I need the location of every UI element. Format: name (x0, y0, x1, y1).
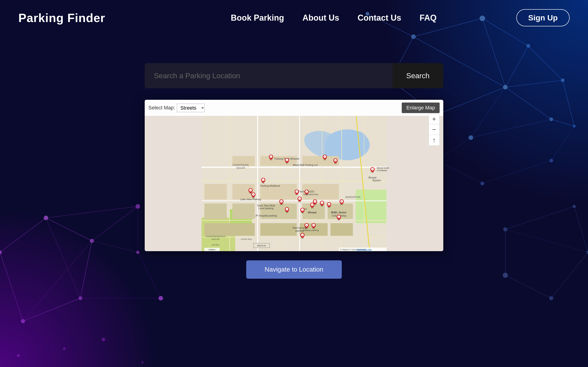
svg-text:P: P (263, 179, 264, 181)
svg-rect-99 (204, 204, 227, 219)
map-view[interactable]: CHHATRASAL NAGAR AWADHPURI BHEL Senior C… (145, 100, 443, 251)
svg-text:P: P (271, 156, 271, 158)
svg-text:P: P (324, 156, 325, 158)
svg-line-37 (505, 275, 551, 298)
svg-rect-105 (260, 223, 297, 236)
svg-text:HARSHWARDHAN: HARSHWARDHAN (206, 235, 225, 238)
svg-text:Railway parking: Railway parking (303, 229, 319, 232)
svg-rect-95 (204, 184, 227, 199)
app-logo: Parking Finder (18, 11, 105, 25)
svg-text:Level parking: Level parking (258, 207, 273, 210)
svg-text:Tatya Tope Multi: Tatya Tope Multi (257, 204, 275, 207)
svg-text:NAGAR: NAGAR (212, 238, 220, 240)
search-container: Search (145, 63, 443, 88)
nav-about-us[interactable]: About Us (303, 13, 339, 23)
svg-text:P: P (312, 204, 313, 206)
svg-text:P: P (250, 190, 251, 191)
svg-text:CHAR IMLI: CHAR IMLI (241, 238, 252, 240)
svg-text:Lake View Parking: Lake View Parking (240, 198, 261, 201)
svg-text:P: P (321, 202, 322, 204)
svg-text:Bhopal: Bhopal (369, 176, 376, 179)
svg-text:Parking Multilevel: Parking Multilevel (260, 184, 280, 187)
svg-text:P: P (286, 209, 287, 210)
svg-text:JP Hospital parking: JP Hospital parking (255, 214, 277, 217)
svg-text:P: P (306, 191, 307, 193)
svg-text:parking: parking (295, 229, 304, 232)
svg-rect-104 (204, 223, 255, 236)
svg-text:P: P (286, 159, 287, 161)
map-reset-button[interactable]: ↑ (429, 135, 439, 145)
main-content: Search Select Map: Streets Satellite Hyb… (0, 63, 588, 279)
svg-text:P: P (329, 204, 329, 205)
navigate-button[interactable]: Navigate to Location (246, 260, 342, 279)
svg-text:Bypass: Bypass (372, 179, 381, 182)
zoom-in-button[interactable]: + (429, 114, 439, 124)
svg-rect-73 (355, 190, 386, 223)
svg-text:Bhopal: Bhopal (308, 211, 317, 214)
svg-text:P: P (335, 160, 336, 161)
zoom-out-button[interactable]: − (429, 124, 439, 135)
svg-text:P: P (306, 225, 307, 226)
svg-text:P: P (338, 216, 339, 218)
map-toolbar: Select Map: Streets Satellite Hybrid Enl… (145, 100, 443, 116)
svg-text:NAGAR: NAGAR (236, 167, 245, 169)
signup-button[interactable]: Sign Up (516, 9, 570, 26)
search-button[interactable]: Search (393, 63, 443, 88)
svg-text:of Institutes: of Institutes (377, 169, 387, 172)
nav-contact-us[interactable]: Contact Us (358, 13, 401, 23)
map-container: Select Map: Streets Satellite Hybrid Enl… (145, 100, 443, 251)
map-type-select[interactable]: Streets Satellite Hybrid (177, 104, 205, 112)
svg-text:P: P (253, 194, 254, 195)
main-nav: Book Parking About Us Contact Us FAQ (231, 13, 437, 23)
nav-faq[interactable]: FAQ (420, 13, 437, 23)
svg-point-43 (549, 296, 553, 300)
map-select-label: Select Map: (148, 105, 175, 111)
svg-text:Bansai Group: Bansai Group (377, 167, 389, 169)
nav-book-parking[interactable]: Book Parking (231, 13, 284, 23)
svg-text:KOTRA: KOTRA (212, 244, 220, 246)
svg-rect-100 (233, 204, 255, 219)
search-input[interactable] (145, 63, 393, 88)
enlarge-map-button[interactable]: Enlarge Map (402, 102, 440, 113)
svg-text:P: P (296, 191, 297, 193)
svg-text:Improve this map: Improve this map (356, 248, 372, 251)
svg-text:P: P (281, 201, 282, 202)
svg-text:P: P (302, 209, 303, 211)
svg-text:BHEL Senior: BHEL Senior (331, 211, 347, 214)
svg-text:Minal Mall Parking Lot: Minal Mall Parking Lot (293, 164, 318, 166)
svg-text:CHHATRASAL: CHHATRASAL (233, 164, 249, 166)
svg-text:P: P (299, 198, 300, 200)
svg-text:mapbox: mapbox (208, 248, 216, 251)
svg-text:AWADHPURI: AWADHPURI (345, 196, 360, 198)
svg-text:P: P (302, 234, 303, 236)
svg-text:P: P (314, 201, 315, 202)
svg-text:P: P (341, 201, 342, 202)
svg-text:MD3118: MD3118 (257, 244, 266, 247)
map-zoom-controls: + − ↑ (429, 114, 440, 146)
svg-rect-107 (330, 223, 353, 236)
svg-text:P: P (372, 169, 373, 170)
svg-text:P: P (313, 225, 314, 226)
